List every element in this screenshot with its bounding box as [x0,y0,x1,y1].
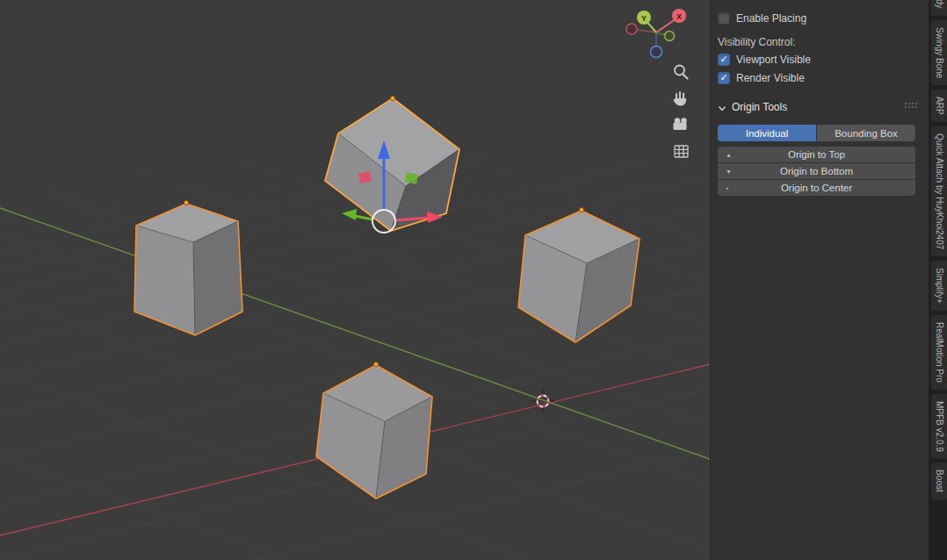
sidebar-tab[interactable]: dy [931,0,947,16]
enable-placing-checkbox[interactable] [718,12,730,25]
gizmo-y-arrowhead[interactable] [342,209,357,220]
blender-window: Y X [0,0,947,560]
3d-cursor [531,390,554,413]
dot-icon: ● [726,185,728,190]
ortho-grid-icon[interactable] [675,146,688,157]
pan-hand-icon[interactable] [674,92,687,106]
origin-dot [184,200,188,205]
gizmo-y-axis-arrow[interactable] [355,216,372,219]
render-visible-checkbox[interactable] [718,72,730,84]
origin-mode-segment: Individual Bounding Box [718,125,915,141]
triangle-down-icon: ▼ [726,169,732,175]
visibility-control-label: Visibility Control: [718,36,795,48]
origin-dot [579,207,583,212]
nav-ball-neg-x[interactable] [626,24,637,34]
sidebar-tab-arp[interactable]: ARP [931,90,947,122]
render-visible-label: Render Visible [736,72,805,84]
origin-to-bottom-button[interactable]: ▼ Origin to Bottom [718,163,915,179]
origin-to-top-label: Origin to Top [788,149,845,160]
nav-axis-gizmo[interactable]: Y X [626,9,686,58]
origin-tools-title: Origin Tools [732,101,787,113]
zoom-icon[interactable] [675,66,688,79]
3d-viewport[interactable]: Y X [0,0,710,560]
origin-to-top-button[interactable]: ▲ Origin to Top [718,147,915,162]
mode-bounding-box-button[interactable]: Bounding Box [817,125,915,141]
nav-x-label: X [676,12,682,21]
origin-tools-header[interactable]: Origin Tools [718,99,787,115]
nav-ball-neg-y[interactable] [665,32,675,41]
nav-y-label: Y [641,14,647,23]
viewport-visible-checkbox[interactable] [718,54,730,66]
viewport-visible-label: Viewport Visible [736,54,811,66]
sidebar-tab-boost[interactable]: Boost [931,463,947,499]
sidebar-tab-simplify[interactable]: Simplify+ [931,261,947,311]
nav-ball-neg-z[interactable] [651,47,662,58]
enable-placing-label: Enable Placing [736,12,806,25]
origin-to-center-label: Origin to Center [781,183,852,193]
sidebar-tab-swingy-bone[interactable]: Swingy Bone [931,20,947,85]
sidebar-tab-mpfb[interactable]: MPFB v2.0.9 [931,394,947,459]
sidebar-tab-strip: dy Swingy Bone ARP Quick Attach by HuyKh… [929,0,947,560]
cube-active[interactable] [325,96,459,231]
panel-grip-icon[interactable] [905,103,907,104]
chevron-down-icon [718,99,727,115]
origin-to-center-button[interactable]: ● Origin to Center [718,180,915,196]
mode-individual-button[interactable]: Individual [718,125,816,141]
sidebar-panel: Enable Placing Visibility Control: Viewp… [710,0,929,560]
cube-left-selected[interactable] [134,200,242,335]
cube-right-selected[interactable] [518,207,640,342]
camera-icon[interactable] [674,118,687,130]
sidebar-tab-quick-attach[interactable]: Quick Attach by HuyKhoi2407 [931,126,947,256]
origin-dot [390,96,394,100]
origin-to-bottom-label: Origin to Bottom [780,166,853,176]
triangle-up-icon: ▲ [726,152,732,158]
cube-bottom-selected[interactable] [316,362,432,499]
origin-dot [373,362,378,366]
sidebar-tab-realmotion-pro[interactable]: RealMotion Pro [931,315,947,390]
